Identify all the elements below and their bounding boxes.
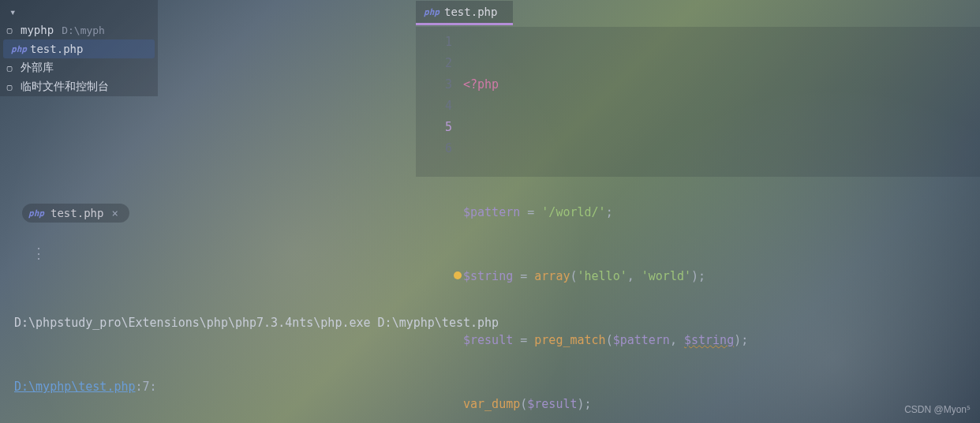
code-editor[interactable]: 1 2 3 4 5 6 <?php $pattern = '/world/'; … — [416, 27, 980, 177]
watermark: CSDN @Myon⁵ — [904, 404, 971, 415]
editor-tab-bar: php test.php — [416, 0, 513, 25]
more-icon[interactable]: ⋮ — [32, 245, 46, 261]
close-icon[interactable]: × — [111, 207, 118, 219]
run-tab[interactable]: php test.php × — [22, 204, 129, 223]
code-line: $pattern = '/world/'; — [463, 202, 980, 223]
file-link[interactable]: D:\myphp\test.php — [14, 380, 136, 394]
terminal-output[interactable]: D:\phpstudy_pro\Extensions\php\php7.3.4n… — [14, 270, 972, 423]
line-number: 3 — [416, 74, 452, 95]
php-icon: php — [30, 207, 43, 219]
tree-file-label: test.php — [30, 43, 83, 55]
code-line: <?php — [463, 74, 980, 95]
scratch-icon: ▢ — [3, 80, 16, 93]
line-number: 4 — [416, 95, 452, 117]
run-tab-label: test.php — [50, 207, 103, 219]
editor-tab-test-php[interactable]: php test.php — [416, 1, 513, 25]
php-icon: php — [425, 6, 438, 18]
terminal-line: D:\phpstudy_pro\Extensions\php\php7.3.4n… — [14, 313, 972, 334]
folder-icon: ▢ — [3, 24, 16, 36]
line-number: 6 — [416, 138, 452, 159]
line-number: 5 — [416, 117, 452, 138]
code-line — [463, 138, 980, 159]
project-name: myphp — [21, 24, 54, 36]
library-icon: ▢ — [3, 62, 16, 74]
php-icon: php — [13, 43, 25, 55]
tree-external-libs[interactable]: ▢ 外部库 — [0, 58, 158, 77]
terminal-line: D:\myphp\test.php:7: — [14, 376, 972, 398]
line-number: 2 — [416, 53, 452, 74]
external-libs-label: 外部库 — [21, 61, 54, 75]
editor-gutter: 1 2 3 4 5 6 — [416, 27, 463, 177]
code-area[interactable]: <?php $pattern = '/world/'; $string = ar… — [463, 27, 980, 177]
tree-scratches[interactable]: ▢ 临时文件和控制台 — [0, 77, 158, 96]
scratches-label: 临时文件和控制台 — [21, 80, 109, 94]
editor-tab-label: test.php — [444, 6, 497, 18]
tree-file-test-php[interactable]: php test.php — [3, 39, 155, 58]
chevron-down-icon[interactable]: ▾ — [0, 3, 158, 21]
project-sidebar: ▾ ▢ myphp D:\myph php test.php ▢ 外部库 ▢ 临… — [0, 0, 158, 96]
project-path: D:\myph — [62, 24, 105, 36]
project-root[interactable]: ▢ myphp D:\myph — [0, 21, 158, 39]
line-number: 1 — [416, 32, 452, 53]
